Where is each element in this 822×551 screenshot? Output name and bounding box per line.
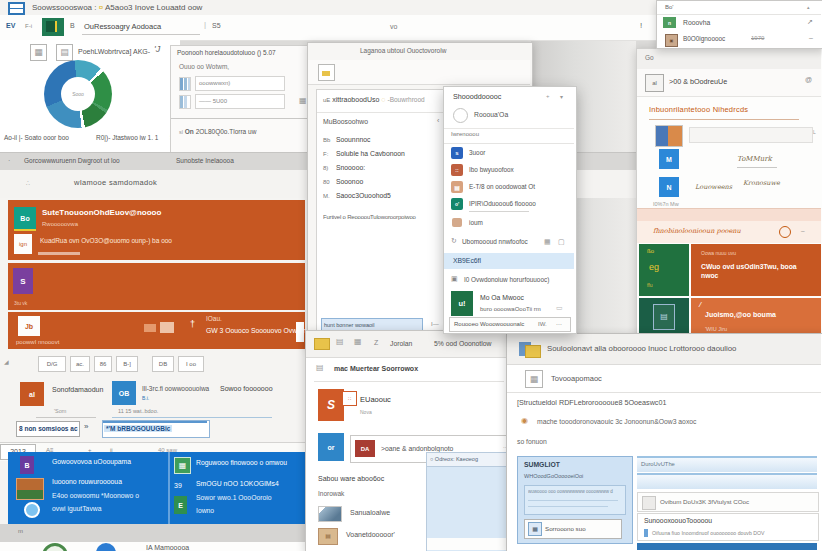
doc-titlebar-grid-icon[interactable]: ▤ xyxy=(336,337,344,346)
share-app-tile-1[interactable]: M xyxy=(659,149,679,169)
toolbar-separator: | xyxy=(204,20,206,29)
dropdown-item-2[interactable]: ▣ B0O0ignooooc 1970 – xyxy=(657,31,821,48)
share-thin-bar[interactable]: Go xyxy=(637,49,821,70)
popup-section-divider xyxy=(444,143,574,144)
avatar xyxy=(453,108,468,123)
explorer-bar-1[interactable]: DuroUvUThe xyxy=(637,456,817,472)
menu-item-1[interactable]: F:Soluble ha Cavbonoon xyxy=(323,150,405,157)
dropdown-header-row[interactable]: Bo' ▴ xyxy=(657,1,821,15)
editor-button-1[interactable]: ac. xyxy=(70,356,90,372)
report-footer-row[interactable]: sl On 2OL80Q0o.Tlorra uw xyxy=(179,128,256,135)
toolbar-button-ev[interactable]: EV xyxy=(6,22,15,29)
teal-app-icon[interactable] xyxy=(42,18,64,36)
formula-input[interactable]: *'M bRBOGOUUGBic xyxy=(102,420,210,438)
doc-item4-icon: ▤ xyxy=(318,528,338,545)
editor-button-3[interactable]: B-] xyxy=(116,356,138,372)
popup-sync-row[interactable]: ↻ Ubomoooud nnwfoofoc ▦ ▢ xyxy=(444,235,574,251)
menu-item-0[interactable]: BbSoounnnoc xyxy=(323,136,370,143)
menu-item-3[interactable]: 80Sooonoo xyxy=(323,178,363,185)
editor-button-0[interactable]: D/G xyxy=(38,356,66,372)
popup-app-label-4: ioum xyxy=(469,219,483,226)
toolbar-button-b[interactable]: B xyxy=(70,22,75,29)
doc-item1-icon: S xyxy=(318,389,344,421)
chart-status-1: Ao-il |- Soato ooor boo xyxy=(4,134,69,141)
report-header: Poonooh horelaoudotoluoo () 5.07 xyxy=(177,49,276,56)
popup-grid-view-icon[interactable]: ▦ xyxy=(544,238,551,246)
lightblue-header[interactable]: ○ Odreox: Kaeoeog xyxy=(427,453,507,467)
editor-button-4[interactable]: DB xyxy=(152,356,174,372)
popup-app-item-2[interactable]: ▤ E-T/8 on ooodowoat Ot xyxy=(444,179,574,196)
tile-orange-1[interactable]: Oowa nuuu uvu CWuo ovd usOdin3Twu, booa … xyxy=(691,244,821,296)
menu-window-title[interactable]: Laganoa ubtoul Ouoctovorolw xyxy=(360,47,446,54)
tile-green-1[interactable]: ßo eg ffu xyxy=(639,244,689,296)
popup-chevron-icon[interactable]: ▾ xyxy=(560,93,563,100)
explorer-row1[interactable]: ▦ Tovooapomaoc xyxy=(507,364,821,393)
share-heading-underline xyxy=(649,119,799,120)
search-input[interactable]: 8 non somsioos ac xyxy=(16,421,80,437)
popup-app-item-4[interactable]: ioum xyxy=(444,216,574,230)
popup-page-view-icon[interactable]: ▢ xyxy=(558,238,565,246)
left-box-subtitle: WHOoodGoOooooeiOoi xyxy=(524,473,583,479)
popup-window-label: I0 Ovwdonoiuw horurfouuooc) xyxy=(464,276,549,283)
chart-title-suffix: 'J xyxy=(154,44,160,54)
blue-circle-icon xyxy=(24,502,40,518)
explorer-bar-2[interactable] xyxy=(637,473,817,489)
banner-3-right-body: GW 3 Oouoco Sooouovo Ovwum xyxy=(206,327,307,334)
banner-2[interactable]: S 3tu vk xyxy=(8,263,305,310)
banner-3-thumb-1 xyxy=(144,324,156,332)
dropdown-close-icon[interactable]: – xyxy=(809,34,813,41)
folder-tool-icon[interactable] xyxy=(318,64,335,81)
popup-app-item-1[interactable]: :: Ibo bwyuoofoox xyxy=(444,162,574,179)
blue-panel-divider xyxy=(168,452,170,524)
report-field-1[interactable]: ooowwwxn) xyxy=(195,76,285,91)
popup-window-row[interactable]: ▣ I0 Ovwdonoiuw horurfouuooc) xyxy=(444,273,574,288)
explorer-titlebar[interactable]: Souloolonavt alla obooroooo Inuoc Lrotto… xyxy=(507,334,821,365)
menu-arrow-left-icon[interactable]: ‹ xyxy=(437,117,439,124)
blue-round-icon[interactable] xyxy=(96,543,116,551)
share-arrow-icon[interactable]: ↗ xyxy=(807,18,813,26)
chart-toolbar-icon-2[interactable]: ▤ xyxy=(56,44,73,61)
popup-bottom-row[interactable]: Rouooeo Wooowoouonalc IW. ... xyxy=(449,317,571,332)
popup-excel-item[interactable]: u! Mo Oa Mwooc buro oooowaOooTii rm ▭ xyxy=(444,289,574,317)
explorer-row3[interactable]: Ovibum DoUx3K 3fVtulyst COoc xyxy=(637,492,819,512)
menu-item-4[interactable]: M.Saooc3Ouoohod5 xyxy=(323,192,391,199)
doc-titlebar[interactable]: ▤ ▦ Z Jorolan 5% ood Ooonotlow xyxy=(306,331,530,358)
editor-button-5[interactable]: I oo xyxy=(178,356,204,372)
share-gear-icon[interactable]: @ xyxy=(805,76,812,83)
doc-item1-label[interactable]: EUaoouc xyxy=(360,395,391,404)
menu-item-2[interactable]: 8)Snooooo: xyxy=(323,164,365,171)
report-field-2[interactable]: —— 5U00 xyxy=(195,94,285,109)
share-title-row[interactable]: al >00 & bOodreuUe @ xyxy=(637,69,821,97)
doc-item4-label[interactable]: Voanetdooooor' xyxy=(346,531,395,538)
share-footer-text[interactable]: fhnobinolooniooun pooenu xyxy=(653,227,741,235)
menu-item-0-icon: Bb xyxy=(323,137,336,143)
share-color-icon xyxy=(655,125,683,147)
popup-app-icon-2: ▤ xyxy=(451,181,463,193)
address-combo[interactable]: OuRessoagry Aodoaca xyxy=(82,19,200,35)
dropdown-item-1[interactable]: n Rooovha ↗ xyxy=(657,14,821,31)
share-footer-circle-icon[interactable] xyxy=(779,226,791,238)
toolbar-button-fi[interactable]: F-i xyxy=(25,23,32,29)
toolbar-button-s5[interactable]: S5 xyxy=(212,22,221,29)
popup-selected-row[interactable]: XB9Ec6fl xyxy=(444,253,574,269)
chart-status-2: R0|)- Jtastwoo iw 1. 1 xyxy=(96,134,158,141)
popup-plus-icon[interactable]: + xyxy=(546,93,550,99)
chart-toolbar-icon-1[interactable]: ▦ xyxy=(30,44,47,61)
editor-button-2[interactable]: 86 xyxy=(94,356,112,372)
explorer-grid-icon: ▦ xyxy=(525,370,543,388)
explorer-row4[interactable]: SunoooxoouoTooooou Oifuuna fiuo Inoomdnu… xyxy=(637,513,819,541)
popup-account-row[interactable]: Roooua'Oa xyxy=(444,104,574,129)
report-grid-icon[interactable]: ▦ xyxy=(299,96,307,105)
doc-titlebar-grid2-icon[interactable]: ▦ xyxy=(354,337,362,346)
banner-1[interactable]: Bo SuteTnouoonOhdEuov@noooo Rwooooovwa i… xyxy=(8,200,305,260)
popup-app-item-3[interactable]: o' IPIR\Oduooou6 flooooo xyxy=(444,196,574,213)
doc-item3-thumb xyxy=(318,506,342,522)
share-app-tile-2[interactable]: N xyxy=(659,177,679,197)
popup-app-item-0[interactable]: s 3uoor xyxy=(444,145,574,162)
blue-info-panel[interactable]: B Gowoovovoa uOooupama Iuooono rouwurooo… xyxy=(8,452,305,524)
left-box-button[interactable]: ▦ Sorrooono suo xyxy=(524,519,622,539)
doc-item3-label[interactable]: Sanualoalwe xyxy=(350,509,390,516)
share-name-bar[interactable] xyxy=(689,127,813,143)
popup-app-label-2: E-T/8 on ooodowoat Ot xyxy=(469,183,535,190)
banner-3[interactable]: Jb † IOau. GW 3 Oouoco Sooouovo Ovwum po… xyxy=(8,312,305,349)
